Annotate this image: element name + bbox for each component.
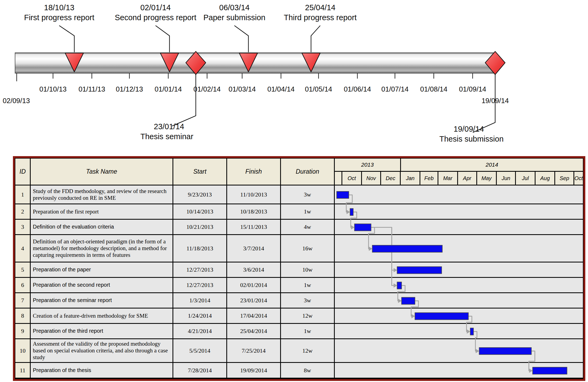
axis-tick-label: 01/06/14 [344,85,371,93]
task-duration-cell: 12w [281,339,335,363]
col-header-id: ID [15,159,31,185]
axis-tick-label: 01/07/14 [381,85,409,93]
milestone-label: Paper submission [203,13,266,22]
task-duration-cell: 1w [281,324,335,339]
month-cell: Nov [362,172,381,185]
axis-tick-label: 01/09/14 [459,85,486,93]
task-id-cell: 10 [15,339,31,363]
task-start-cell: 1/3/2014 [173,293,227,309]
task-start-cell: 1/24/2014 [173,309,227,324]
month-cell: Feb [420,172,438,185]
milestone-date: 25/04/14 [305,3,336,12]
task-finish-cell: 3/7/2014 [227,235,281,262]
task-start-cell: 11/18/2013 [173,235,227,262]
col-header-start: Start [173,159,227,185]
task-id-cell: 8 [15,309,31,324]
task-name-cell: Preparation of the third report [31,324,173,339]
task-finish-cell: 15/11/2013 [227,220,281,235]
milestone-label: Second progress report [115,13,196,22]
task-id-cell: 3 [15,220,31,235]
task-chart-cell [335,185,583,204]
task-id-cell: 2 [15,204,31,220]
task-start-cell: 12/27/2013 [173,262,227,278]
task-finish-cell: 23/01/2014 [227,293,281,309]
task-chart-cell [335,309,583,324]
milestone-label: Thesis seminar [140,132,193,141]
task-chart-cell [335,235,583,262]
thesis-project-plan: 01/10/1301/11/1301/12/1301/01/1401/02/14… [0,0,588,382]
axis-tick-label: 01/08/14 [420,85,447,93]
month-cell: May [477,172,497,185]
milestone-date: 23/01/14 [154,122,184,131]
milestone-label: Third progress report [284,13,357,22]
axis-tick-label: 01/01/14 [155,85,182,93]
month-header-row: OctNovDecJanFebMarAprMayJunJulAugSepOct [335,172,583,185]
month-cell: Aug [536,172,555,185]
task-name-cell: Definition of the evaluation criteria [31,220,173,235]
task-start-cell: 9/23/2013 [173,185,227,204]
month-cell: Oct [574,172,583,185]
col-header-finish: Finish [227,159,281,185]
axis-tick-label: 01/11/13 [79,85,105,93]
milestone-date: 18/10/13 [44,3,75,12]
milestone-label: First progress report [24,13,94,22]
task-duration-cell: 16w [281,235,335,262]
task-duration-cell: 8w [281,363,335,379]
task-chart-cell [335,278,583,293]
task-id-cell: 9 [15,324,31,339]
task-start-cell: 10/21/2013 [173,220,227,235]
task-chart-cell [335,324,583,339]
task-finish-cell: 11/10/2013 [227,185,281,204]
callout-line [59,26,74,52]
milestone-date: 02/01/14 [140,3,171,12]
axis-start-label: 02/09/13 [3,97,30,105]
callout-line [156,26,170,52]
month-cell: Jan [401,172,420,185]
task-finish-cell: 25/04/2014 [227,324,281,339]
task-duration-cell: 4w [281,220,335,235]
task-name-cell: Preparation of the paper [31,262,173,278]
task-name-cell: Creation of a feature-driven methodology… [31,309,173,324]
task-name-cell: Preparation of the thesis [31,363,173,379]
task-id-cell: 4 [15,235,31,262]
task-id-cell: 6 [15,278,31,293]
callout-line [234,26,248,52]
axis-tick-label: 01/02/14 [193,85,221,93]
col-header-duration: Duration [281,159,335,185]
month-cell: Oct [342,172,362,185]
task-chart-cell [335,293,583,309]
month-cell [335,172,342,185]
year-cell: 2014 [401,159,583,172]
milestone-date: 19/09/14 [454,125,484,133]
task-id-cell: 1 [15,185,31,204]
task-name-cell: Assessment of the validity of the propos… [31,339,173,363]
month-cell: Sep [555,172,574,185]
month-cell: Dec [381,172,401,185]
task-finish-cell: 17/04/2014 [227,309,281,324]
task-finish-cell: 3/6/2014 [227,262,281,278]
milestone-timeline: 01/10/1301/11/1301/12/1301/01/1401/02/14… [0,0,588,154]
axis-tick-label: 01/04/14 [267,85,294,93]
year-header-row: 20132014 [335,159,583,172]
callout-line [172,73,196,126]
task-chart-cell [335,204,583,220]
task-finish-cell: 19/09/2014 [227,363,281,379]
task-start-cell: 4/21/2014 [173,324,227,339]
task-id-cell: 7 [15,293,31,309]
axis-tick-label: 01/10/13 [39,85,66,93]
task-duration-cell: 1w [281,278,335,293]
gantt-table: ID Task Name Start Finish Duration 20132… [15,158,583,379]
task-duration-cell: 3w [281,185,335,204]
task-name-cell: Preparation of the first report [31,204,173,220]
task-name-cell: Preparation of the second report [31,278,173,293]
gantt-table-frame: ID Task Name Start Finish Duration 20132… [13,156,585,381]
gantt-grid: ID Task Name Start Finish Duration 20132… [15,159,583,379]
task-chart-cell [335,339,583,363]
task-start-cell: 12/27/2013 [173,278,227,293]
month-cell: Jul [516,172,536,185]
axis-tick-label: 01/03/14 [228,85,256,93]
milestone-label: Thesis submission [439,135,504,143]
axis-tick-label: 01/05/14 [305,85,332,93]
task-start-cell: 5/5/2014 [173,339,227,363]
task-chart-cell [335,220,583,235]
